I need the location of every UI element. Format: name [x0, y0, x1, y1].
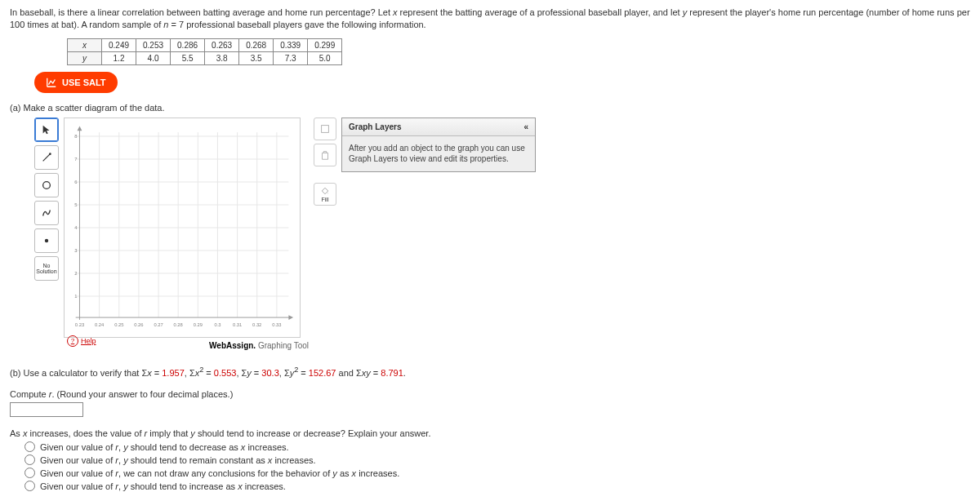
svg-line-0 — [43, 153, 51, 161]
r-answer-input[interactable] — [10, 402, 83, 417]
curve-tool[interactable] — [34, 201, 59, 225]
chart-icon — [46, 77, 57, 88]
svg-text:8: 8 — [74, 134, 77, 139]
part-c-question: As x increases, does the value of r impl… — [10, 428, 970, 491]
radio-input[interactable] — [24, 481, 35, 491]
svg-marker-26 — [288, 315, 293, 320]
radio-input[interactable] — [24, 454, 35, 465]
graph-toolbar: No Solution — [34, 117, 59, 281]
svg-point-1 — [49, 153, 51, 155]
svg-text:0.28: 0.28 — [174, 321, 183, 326]
svg-rect-46 — [322, 125, 329, 132]
side-toolbar: Fill — [314, 117, 336, 206]
use-salt-label: USE SALT — [62, 78, 106, 87]
svg-text:3: 3 — [74, 248, 77, 253]
table-row: x 0.2490.2530.2860.2630.2680.3390.299 — [68, 38, 342, 51]
graph-layers-title: Graph Layers — [349, 122, 401, 131]
circle-tool[interactable] — [34, 173, 59, 197]
svg-text:0.29: 0.29 — [194, 321, 203, 326]
svg-text:0.24: 0.24 — [95, 321, 105, 326]
radio-option-2[interactable]: Given our value of r, y should tend to r… — [24, 454, 970, 465]
table-row: y 1.24.05.53.83.57.35.0 — [68, 51, 342, 64]
svg-text:0.31: 0.31 — [233, 321, 242, 326]
svg-text:0.3: 0.3 — [214, 321, 220, 326]
svg-text:0.26: 0.26 — [134, 321, 143, 326]
point-tool[interactable] — [34, 228, 59, 253]
svg-point-2 — [43, 181, 51, 188]
part-b-text: (b) Use a calculator to verify that Σx =… — [10, 365, 970, 418]
line-tool[interactable] — [34, 145, 59, 170]
svg-text:0.27: 0.27 — [154, 321, 163, 326]
fill-tool[interactable]: Fill — [314, 183, 336, 206]
svg-text:5: 5 — [74, 202, 77, 207]
svg-text:0.33: 0.33 — [272, 321, 281, 326]
data-table: x 0.2490.2530.2860.2630.2680.3390.299 y … — [67, 38, 342, 65]
svg-text:0.32: 0.32 — [252, 321, 261, 326]
pointer-tool[interactable] — [34, 117, 59, 142]
delete-tool[interactable] — [314, 144, 336, 166]
radio-input[interactable] — [24, 468, 35, 478]
svg-text:0.23: 0.23 — [75, 321, 84, 326]
radio-input[interactable] — [24, 441, 35, 452]
intro-text: In baseball, is there a linear correlati… — [10, 7, 970, 32]
svg-text:7: 7 — [74, 157, 77, 162]
svg-text:2: 2 — [74, 271, 77, 276]
svg-text:6: 6 — [74, 180, 77, 184]
graph-layers-hint: After you add an object to the graph you… — [342, 136, 535, 171]
clear-tool[interactable] — [314, 117, 336, 140]
scatter-plot-canvas[interactable]: 0.230.240.250.260.270.280.290.30.310.320… — [64, 117, 301, 338]
graph-layers-panel: Graph Layers « After you add an object t… — [341, 117, 536, 172]
collapse-panel-button[interactable]: « — [523, 122, 528, 131]
use-salt-button[interactable]: USE SALT — [34, 72, 118, 93]
part-a-label: (a) Make a scatter diagram of the data. — [10, 103, 970, 113]
svg-text:0.25: 0.25 — [114, 321, 123, 326]
svg-text:1: 1 — [74, 294, 77, 299]
svg-point-3 — [45, 239, 48, 242]
help-link[interactable]: Help — [67, 335, 96, 347]
radio-option-1[interactable]: Given our value of r, y should tend to d… — [24, 441, 970, 452]
no-solution-tool[interactable]: No Solution — [34, 256, 59, 281]
svg-marker-25 — [78, 126, 82, 131]
radio-option-3[interactable]: Given our value of r, we can not draw an… — [24, 468, 970, 478]
fill-icon — [320, 186, 330, 196]
graphing-tool-brand: WebAssign. Graphing Tool — [64, 341, 309, 350]
radio-option-4[interactable]: Given our value of r, y should tend to i… — [24, 481, 970, 491]
